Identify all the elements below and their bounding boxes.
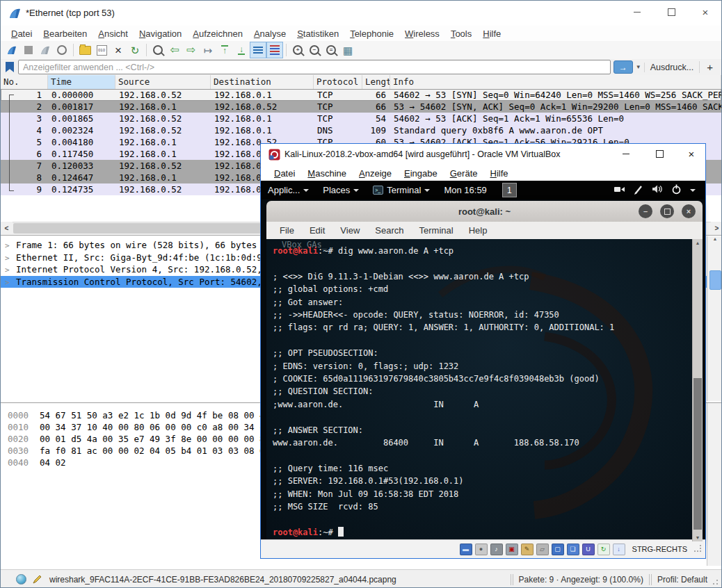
scroll-up-icon[interactable]: ▲ bbox=[707, 236, 722, 241]
terminal-close-button[interactable]: × bbox=[682, 204, 696, 218]
capture-comment-icon[interactable] bbox=[32, 574, 42, 585]
cd-icon[interactable]: ● bbox=[475, 544, 488, 555]
menu-tools[interactable]: Tools bbox=[446, 27, 476, 40]
features-icon[interactable]: ❏ bbox=[567, 544, 579, 555]
shared-folder-icon[interactable]: ▱ bbox=[536, 544, 549, 555]
close-icon[interactable]: × bbox=[110, 42, 127, 58]
vm-maximize-button[interactable] bbox=[648, 144, 671, 163]
vm-menu-anzeige[interactable]: Anzeige bbox=[354, 168, 396, 179]
scroll-left-button[interactable]: < bbox=[1, 222, 13, 235]
terminal-minimize-button[interactable]: – bbox=[639, 204, 652, 218]
terminal-menu-help[interactable]: Help bbox=[463, 225, 494, 236]
vm-menu-geräte[interactable]: Geräte bbox=[445, 168, 483, 179]
resize-columns-icon[interactable]: ▦ bbox=[339, 42, 356, 58]
display-icon[interactable]: ▢ bbox=[552, 544, 564, 555]
network-icon[interactable]: ▣ bbox=[506, 544, 518, 555]
profile-label[interactable]: Profil: Default bbox=[657, 575, 707, 585]
detail-scrollbar-thumb[interactable] bbox=[709, 270, 721, 290]
column-header-length[interactable]: Length bbox=[362, 75, 390, 89]
terminal-menu-view[interactable]: View bbox=[334, 225, 366, 236]
terminal-menu-file[interactable]: File bbox=[273, 225, 300, 236]
display-filter-input[interactable] bbox=[18, 60, 611, 74]
mouse-integration-icon[interactable]: ↻ bbox=[597, 544, 610, 555]
menu-ansicht[interactable]: Ansicht bbox=[93, 27, 133, 40]
forward-icon[interactable]: ⇨ bbox=[183, 42, 200, 58]
expand-icon[interactable]: > bbox=[5, 277, 16, 289]
pen-icon[interactable] bbox=[634, 184, 643, 197]
column-header-protocol[interactable]: Protocol bbox=[314, 75, 362, 89]
detail-pane-scrollbar[interactable]: ▲ bbox=[707, 236, 722, 401]
workspace-indicator[interactable]: 1 bbox=[502, 183, 517, 197]
menu-statistiken[interactable]: Statistiken bbox=[292, 27, 344, 40]
reload-icon[interactable]: ↻ bbox=[127, 42, 143, 58]
terminal-scrollbar-thumb[interactable] bbox=[693, 378, 702, 530]
menu-hilfe[interactable]: Hilfe bbox=[478, 27, 506, 40]
vm-menu-maschine[interactable]: Maschine bbox=[303, 168, 351, 179]
terminal-scrollbar[interactable]: ▲ ▼ bbox=[692, 239, 703, 541]
terminal-menu-edit[interactable]: Edit bbox=[303, 225, 331, 236]
packet-row-2[interactable]: 20.001817192.168.0.1192.168.0.52TCP6653 … bbox=[1, 101, 721, 113]
wireshark-start-icon[interactable] bbox=[3, 42, 20, 58]
menu-analyse[interactable]: Analyse bbox=[249, 27, 291, 40]
save-icon[interactable]: 010 bbox=[93, 42, 110, 58]
volume-icon[interactable] bbox=[652, 184, 663, 196]
menu-datei[interactable]: Datei bbox=[6, 27, 37, 40]
close-button[interactable]: × bbox=[689, 1, 721, 23]
column-header-no[interactable]: No. bbox=[1, 75, 48, 89]
vm-minimize-button[interactable] bbox=[614, 144, 638, 163]
camera-icon[interactable] bbox=[613, 184, 625, 196]
expand-icon[interactable]: > bbox=[5, 264, 16, 277]
packet-row-1[interactable]: 10.000000192.168.0.52192.168.0.1TCP66546… bbox=[1, 89, 721, 101]
hdd-icon[interactable]: ▬ bbox=[460, 544, 472, 555]
expert-info-icon[interactable] bbox=[16, 574, 26, 585]
minimize-button[interactable] bbox=[621, 1, 653, 23]
expand-icon[interactable]: > bbox=[5, 252, 16, 265]
menu-bearbeiten[interactable]: Bearbeiten bbox=[38, 27, 92, 40]
keyboard-icon[interactable]: ↓ bbox=[613, 544, 625, 555]
power-icon[interactable] bbox=[671, 184, 682, 197]
vm-menu-datei[interactable]: Datei bbox=[269, 168, 300, 179]
vm-close-button[interactable]: × bbox=[680, 144, 703, 163]
column-header-time[interactable]: Time bbox=[48, 75, 115, 89]
add-filter-button[interactable]: + bbox=[699, 61, 720, 73]
filter-dropdown-caret-icon[interactable]: ▼ bbox=[633, 64, 644, 70]
clock[interactable]: Mon 16:59 bbox=[437, 181, 493, 199]
stop-icon[interactable] bbox=[20, 42, 37, 58]
zoom-original-icon[interactable]: = bbox=[323, 42, 339, 58]
menu-aufzeichnen[interactable]: Aufzeichnen bbox=[188, 27, 248, 40]
chevron-down-icon[interactable] bbox=[690, 189, 696, 192]
expand-icon[interactable]: > bbox=[5, 240, 16, 252]
scroll-up-icon[interactable]: ▲ bbox=[693, 240, 703, 245]
maximize-button[interactable] bbox=[655, 1, 687, 23]
top-icon[interactable]: ↑ bbox=[216, 42, 233, 58]
colorize-icon[interactable] bbox=[266, 42, 283, 58]
terminal-menu-terminal[interactable]: Terminal bbox=[413, 225, 460, 236]
restart-icon[interactable] bbox=[37, 42, 54, 58]
terminal-maximize-button[interactable] bbox=[660, 204, 674, 218]
active-app-menu[interactable]: >_ Terminal bbox=[366, 181, 437, 199]
vm-menu-eingabe[interactable]: Eingabe bbox=[399, 168, 442, 179]
menu-navigation[interactable]: Navigation bbox=[134, 27, 186, 40]
vm-menu-hilfe[interactable]: Hilfe bbox=[485, 168, 513, 179]
terminal-content[interactable]: VBox_GAs_ root@kali:~# dig www.aaron.de … bbox=[266, 239, 703, 541]
bottom-icon[interactable]: ↓ bbox=[233, 42, 250, 58]
column-header-info[interactable]: Info bbox=[390, 75, 721, 89]
scroll-right-button[interactable]: > bbox=[711, 222, 722, 235]
packet-row-3[interactable]: 30.001865192.168.0.52192.168.0.1TCP54546… bbox=[1, 113, 721, 124]
menu-telephonie[interactable]: Telephonie bbox=[345, 27, 399, 40]
goto-icon[interactable]: ↦ bbox=[200, 42, 216, 58]
applications-menu[interactable]: Applic... bbox=[261, 181, 316, 199]
recording-icon[interactable]: ✎ bbox=[521, 544, 534, 555]
places-menu[interactable]: Places bbox=[316, 181, 366, 199]
usb-icon[interactable]: U bbox=[582, 544, 595, 555]
find-icon[interactable] bbox=[150, 42, 166, 58]
bytes-pane-scrollbar[interactable] bbox=[707, 403, 722, 566]
terminal-menu-search[interactable]: Search bbox=[369, 225, 410, 236]
scroll-down-icon[interactable]: ▼ bbox=[693, 535, 703, 540]
zoom-out-icon[interactable]: − bbox=[306, 42, 323, 58]
apply-filter-button[interactable]: → bbox=[613, 60, 633, 74]
audio-icon[interactable]: ♪ bbox=[490, 544, 503, 555]
bookmark-icon[interactable] bbox=[6, 62, 14, 72]
open-icon[interactable] bbox=[77, 42, 93, 58]
expression-button[interactable]: Ausdruck... bbox=[644, 63, 700, 72]
